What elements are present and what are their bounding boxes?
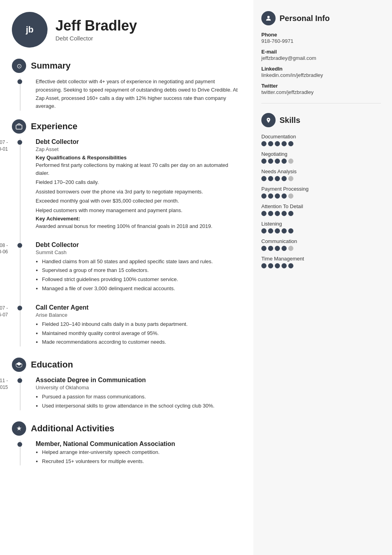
skill-dot-filled [282,211,287,216]
job-bullet: Exceeded monthly goal with over $35,000 … [36,197,242,205]
skills-header: Skills [261,113,381,127]
activity-bullets: Helped arrange inter-university speech c… [36,448,242,466]
list-item: Pursued a passion for mass communication… [42,393,242,401]
skill-dot-filled [275,176,280,181]
skill-item: Attention To Detail [261,203,381,216]
activities-header: ★ Additional Activities [12,421,242,436]
edu-degree: Associate Degree in Communication [36,377,242,384]
skill-dot-filled [288,263,293,268]
divider [261,103,381,103]
edu-school: University of Oklahoma [36,385,242,390]
job-company: Summit Cash [36,249,242,255]
skill-dot-filled [261,176,266,181]
avatar: jb [12,12,48,48]
activities-icon: ★ [12,421,26,436]
skill-name: Communication [261,238,381,244]
timeline-dot [17,306,22,310]
header-area: jb Jeff Bradley Debt Collector [12,12,242,48]
timeline-dot [17,442,22,447]
skills-title: Skills [280,116,300,125]
personal-info-section: Personal Info Phone918-760-9971E-mailjef… [261,11,381,95]
list-item: Followed strict guidelines providing 100… [42,276,242,284]
skill-item: Documentation [261,134,381,146]
candidate-title: Debt Collector [55,35,137,42]
info-label: Phone [261,32,381,38]
job-bullet: Performed first party collections by mak… [36,161,242,177]
skill-item: Negotiating [261,151,381,164]
skill-dot-filled [268,176,273,181]
personal-info-title: Personal Info [280,14,330,23]
skill-item: Communication [261,238,381,251]
personal-info-header: Personal Info [261,11,381,25]
skill-dot-filled [261,211,266,216]
skill-dot-filled [282,246,287,251]
skill-dot-filled [261,159,266,164]
skill-item: Listening [261,221,381,233]
edu-bullets: Pursued a passion for mass communication… [36,393,242,410]
info-value: twitter.com/jeffzbradley [261,89,381,95]
job-bullets: Handled claims from all 50 states and ap… [36,258,242,293]
info-label: LinkedIn [261,66,381,72]
personal-info-item: E-mailjeffzbradley@gmail.com [261,49,381,61]
skill-dots [261,193,381,199]
skill-dot-filled [261,246,266,251]
right-column: Personal Info Phone918-760-9971E-mailjef… [253,0,392,555]
personal-info-items: Phone918-760-9971E-mailjeffzbradley@gmai… [261,32,381,95]
skill-dot-filled [282,176,287,181]
skill-name: Payment Processing [261,186,381,192]
list-item: Made recommendations according to custom… [42,338,242,346]
key-qualifications-label: Key Qualifications & Responsibilities [36,155,242,161]
education-item: 2011 - 2015Associate Degree in Communica… [36,377,242,410]
activity-item: Member, National Communication Associati… [36,440,242,466]
list-item: Managed a file of over 3,000 delinquent … [42,285,242,293]
info-label: Twitter [261,83,381,89]
skill-dot-filled [282,159,287,164]
experience-title: Experience [31,121,77,132]
activities-timeline: Member, National Communication Associati… [12,440,242,466]
skill-name: Documentation [261,134,381,140]
svg-rect-0 [16,125,22,129]
skill-dot-empty [288,193,293,199]
job-company: Arise Balance [36,312,242,318]
timeline-dot [17,243,22,248]
key-achievement-label: Key Achievement: [36,216,242,222]
skill-dot-filled [275,159,280,164]
job-bullet: Helped customers with money management a… [36,207,242,214]
skill-item: Needs Analysis [261,168,381,181]
skill-item: Payment Processing [261,186,381,199]
education-timeline: 2011 - 2015Associate Degree in Communica… [12,377,242,410]
skill-dot-filled [288,228,293,233]
job-title: Call Center Agent [36,304,242,311]
skill-dot-filled [261,263,266,268]
summary-title: Summary [31,61,70,71]
education-header: Education [12,358,242,372]
left-column: jb Jeff Bradley Debt Collector ⊙ Summary… [0,0,253,555]
job-date: 2016-08 - 2018-06 [0,242,8,256]
education-section: Education 2011 - 2015Associate Degree in… [12,358,242,410]
job-bullet: Assisted borrowers over the phone via 3r… [36,188,242,196]
skill-dot-filled [275,246,280,251]
skill-dot-empty [288,246,293,251]
skill-dots [261,159,381,164]
skill-dot-filled [282,193,287,199]
skill-name: Attention To Detail [261,203,381,209]
timeline-dot [17,140,22,145]
summary-section: ⊙ Summary Effective debt collector with … [12,59,242,111]
job-date: 2018-07 - 2020-01 [0,139,8,153]
skill-dot-empty [288,176,293,181]
personal-info-item: LinkedInlinkedin.com/in/jeffzbradley [261,66,381,78]
skill-name: Time Management [261,256,381,262]
skill-dot-filled [268,159,273,164]
job-bullet: Fielded 170–200 calls daily. [36,178,242,186]
candidate-name: Jeff Bradley [55,18,137,34]
list-item: Helped arrange inter-university speech c… [42,448,242,457]
summary-text: Effective debt collector with 4+ years o… [36,78,242,111]
skill-dot-filled [268,246,273,251]
skill-dot-filled [261,193,266,199]
list-item: Fielded 120–140 inbound calls daily in a… [42,320,242,329]
skill-dot-filled [282,141,287,146]
job-title: Debt Collector [36,241,242,249]
skill-dot-filled [268,228,273,233]
skill-dot-filled [261,228,266,233]
personal-info-item: Twittertwitter.com/jeffzbradley [261,83,381,95]
